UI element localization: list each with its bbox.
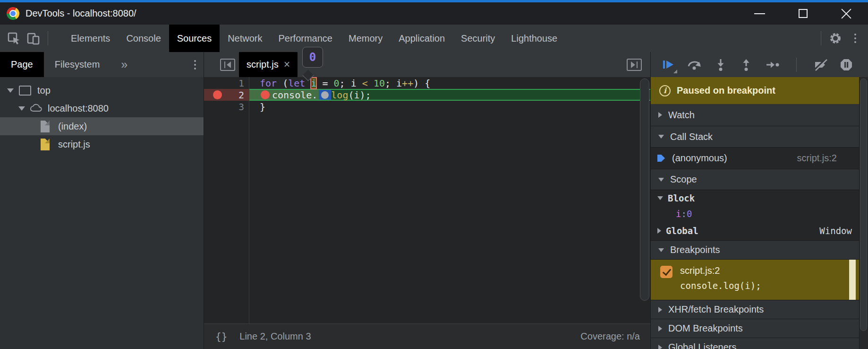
scope-name: Block — [668, 193, 695, 203]
settings-button[interactable] — [825, 25, 845, 52]
frame-location: script.js:2 — [797, 153, 837, 164]
collapsed-arrow-icon[interactable] — [658, 307, 662, 313]
section-global-listeners[interactable]: Global Listeners — [651, 338, 868, 349]
inline-breakpoint-dot-icon[interactable] — [261, 90, 270, 99]
triangle-right-icon — [631, 61, 635, 68]
editor-pane: script.js × 0 1 2 3 — [204, 52, 651, 349]
editor-tab-scriptjs[interactable]: script.js × — [239, 52, 298, 77]
paused-variable-token: i — [311, 78, 316, 89]
expanded-arrow-icon[interactable] — [657, 196, 663, 200]
resume-icon — [661, 58, 674, 71]
line-number[interactable]: 3 — [204, 101, 249, 113]
section-breakpoints[interactable]: Breakpoints — [651, 241, 868, 260]
tab-sources[interactable]: Sources — [169, 25, 220, 52]
tab-console[interactable]: Console — [118, 25, 169, 52]
expanded-arrow-icon[interactable] — [658, 178, 664, 182]
collapsed-arrow-icon[interactable] — [658, 326, 662, 332]
panel-bar-icon — [637, 61, 638, 68]
section-watch[interactable]: Watch — [651, 104, 868, 126]
tab-security[interactable]: Security — [453, 25, 503, 52]
collapsed-arrow-icon[interactable] — [657, 228, 661, 234]
gear-icon — [829, 32, 842, 45]
device-toolbar-button[interactable] — [24, 25, 43, 52]
breakpoint-highlight-strip — [849, 260, 856, 300]
step-over-button[interactable] — [687, 58, 702, 71]
frame-icon — [19, 86, 31, 96]
section-scope[interactable]: Scope — [651, 169, 868, 190]
code-content[interactable]: for (let i = 0; i < 10; i++) { console. … — [249, 77, 650, 323]
code-line-2-execution[interactable]: console. log(i); — [249, 89, 650, 101]
expanded-arrow-icon[interactable] — [658, 135, 664, 139]
step-into-button[interactable] — [714, 58, 727, 71]
debugger-toolbar — [651, 52, 868, 77]
long-press-corner-icon — [673, 70, 677, 73]
tab-application[interactable]: Application — [391, 25, 453, 52]
tree-item-label: top — [37, 85, 51, 96]
collapse-debugger-button[interactable] — [627, 59, 642, 71]
file-icon-js — [41, 139, 50, 150]
section-label: Scope — [670, 174, 697, 185]
section-label: Global Listeners — [668, 342, 737, 349]
more-options-button[interactable] — [845, 25, 865, 52]
gutter[interactable]: 1 2 3 — [204, 77, 249, 323]
tree-item-localhost[interactable]: localhost:8080 — [0, 99, 204, 117]
execution-segment: console. — [249, 90, 319, 100]
pretty-print-button[interactable]: {} — [215, 331, 227, 342]
editor-scrollbar[interactable] — [640, 79, 649, 301]
inline-breakpoint-candidate[interactable] — [319, 90, 331, 100]
pause-on-exceptions-button[interactable] — [840, 58, 853, 71]
breakpoint-entry[interactable]: script.js:2 console.log(i); — [651, 260, 868, 300]
close-button[interactable] — [825, 2, 868, 25]
minimize-button[interactable] — [738, 2, 781, 25]
scope-value: Window — [819, 226, 852, 236]
variable-name: i — [676, 209, 681, 219]
deactivate-breakpoints-button[interactable] — [813, 58, 827, 71]
expand-arrow-icon[interactable] — [7, 88, 14, 93]
tab-memory[interactable]: Memory — [340, 25, 391, 52]
tab-lighthouse[interactable]: Lighthouse — [503, 25, 565, 52]
collapsed-arrow-icon[interactable] — [658, 112, 662, 118]
section-call-stack[interactable]: Call Stack — [651, 126, 868, 148]
code-line-3[interactable]: } — [249, 101, 650, 113]
navigator-tab-filesystem[interactable]: Filesystem — [44, 52, 111, 77]
step-out-button[interactable] — [740, 58, 753, 71]
debugger-sidebar: i Paused on breakpoint Watch Call Stack … — [651, 52, 868, 349]
section-label: Watch — [668, 110, 695, 121]
tree-item-scriptjs[interactable]: script.js — [0, 135, 204, 153]
scope-global-row[interactable]: Global Window — [651, 221, 868, 240]
step-out-icon — [740, 58, 753, 71]
expanded-arrow-icon[interactable] — [658, 248, 664, 252]
navigator-menu-button[interactable] — [194, 60, 196, 70]
window-title: DevTools - localhost:8080/ — [26, 8, 136, 19]
more-tabs-chevron[interactable]: » — [121, 58, 128, 71]
scope-block-row[interactable]: Block — [651, 190, 868, 206]
close-tab-icon[interactable]: × — [284, 59, 290, 70]
code-editor[interactable]: 1 2 3 for (let i = 0; i < 10; i++) { con… — [204, 77, 650, 323]
panel-bar-icon — [224, 61, 225, 68]
sidebar-scrollbar[interactable] — [860, 79, 867, 331]
title-bar: DevTools - localhost:8080/ — [0, 2, 868, 25]
tab-elements[interactable]: Elements — [63, 25, 118, 52]
collapsed-arrow-icon[interactable] — [658, 345, 662, 349]
tab-network[interactable]: Network — [220, 25, 270, 52]
line-number-breakpoint[interactable]: 2 — [204, 89, 249, 101]
step-button[interactable] — [766, 58, 780, 71]
resume-button[interactable] — [661, 58, 674, 71]
collapse-navigator-button[interactable] — [220, 59, 235, 71]
expand-arrow-icon[interactable] — [18, 106, 25, 111]
tree-item-index[interactable]: (index) — [0, 117, 204, 135]
section-dom-breakpoints[interactable]: DOM Breakpoints — [651, 319, 868, 338]
maximize-button[interactable] — [781, 2, 825, 25]
navigator-tab-page[interactable]: Page — [0, 52, 44, 77]
scope-variable-row[interactable]: i: 0 — [651, 206, 868, 221]
inspect-element-button[interactable] — [4, 25, 24, 52]
section-xhr-breakpoints[interactable]: XHR/fetch Breakpoints — [651, 300, 868, 319]
devtools-window: DevTools - localhost:8080/ Elements Cons… — [0, 0, 868, 349]
breakpoint-checkbox[interactable] — [660, 266, 672, 278]
breakpoint-dot-icon[interactable] — [213, 90, 222, 99]
line-number[interactable]: 1 — [204, 77, 249, 89]
coverage-status: Coverage: n/a — [580, 331, 640, 342]
tree-item-top[interactable]: top — [0, 81, 204, 99]
info-icon: i — [659, 85, 671, 96]
call-stack-frame[interactable]: (anonymous) script.js:2 — [651, 148, 868, 169]
